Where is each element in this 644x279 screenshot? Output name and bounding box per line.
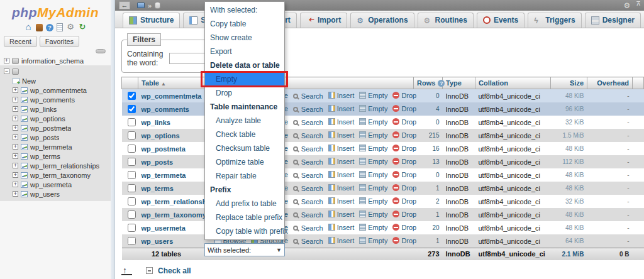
expand-icon[interactable]: + [13, 106, 18, 112]
log-out-icon[interactable] [36, 24, 43, 31]
expand-icon[interactable]: + [13, 182, 18, 187]
check-all-link[interactable]: Check all [158, 266, 191, 275]
table-name-link[interactable]: wp_term_taxonomy [142, 211, 206, 219]
menu-item-check-table[interactable]: Check table [205, 128, 284, 141]
collapse-icon[interactable]: ^ [636, 2, 640, 9]
expand-icon[interactable]: + [13, 144, 18, 150]
expand-icon[interactable]: + [13, 116, 18, 121]
table-name-link[interactable]: wp_postmeta [142, 145, 186, 153]
insert-action-link[interactable]: Insert [328, 224, 355, 231]
help-icon[interactable] [46, 24, 53, 31]
tab-triggers[interactable]: Triggers [528, 13, 581, 28]
menu-item-show-create[interactable]: Show create [205, 31, 284, 45]
search-action-link[interactable]: Search [293, 224, 323, 232]
expand-icon[interactable]: + [13, 97, 18, 102]
menu-item-optimize-table[interactable]: Optimize table [205, 155, 284, 169]
drop-action-link[interactable]: Drop [392, 145, 416, 152]
sidebar-item-wp-term-relationships[interactable]: +wp_term_relationships [0, 161, 111, 170]
menu-item-export[interactable]: Export [205, 45, 284, 58]
back-arrow-button[interactable]: ← [119, 1, 130, 9]
menu-item-empty[interactable]: Empty [205, 72, 284, 86]
sidebar-item-wp-users[interactable]: +wp_users [0, 189, 111, 199]
drop-action-link[interactable]: Drop [392, 211, 416, 218]
expand-icon[interactable]: + [13, 172, 18, 178]
row-checkbox[interactable] [128, 171, 136, 179]
tab-events[interactable]: Events [477, 13, 525, 28]
menu-item-analyze-table[interactable]: Analyze table [205, 114, 284, 128]
with-selected-select[interactable]: With selected: ▼ [204, 243, 285, 256]
recent-button[interactable]: Recent [4, 36, 37, 47]
collapse-icon[interactable]: − [4, 68, 9, 74]
empty-action-link[interactable]: Empty [359, 131, 387, 139]
row-checkbox[interactable] [128, 224, 136, 232]
sidebar-item-wp-comments[interactable]: +wp_comments [0, 95, 111, 104]
expand-icon[interactable]: + [13, 163, 18, 168]
sidebar-item-wp-posts[interactable]: +wp_posts [0, 133, 111, 142]
drop-action-link[interactable]: Drop [392, 237, 416, 244]
menu-item-delete-data-or-table[interactable]: Delete data or table [205, 58, 284, 72]
menu-item-with-selected[interactable]: With selected: [205, 3, 284, 17]
drop-action-link[interactable]: Drop [392, 197, 416, 205]
tab-designer[interactable]: Designer [585, 13, 641, 28]
menu-item-add-prefix-to-table[interactable]: Add prefix to table [205, 197, 284, 211]
column-header-collation[interactable]: Collation [475, 77, 551, 89]
menu-item-replace-table-prefix[interactable]: Replace table prefix [205, 211, 284, 224]
insert-action-link[interactable]: Insert [328, 184, 355, 192]
sidebar-item-wp-options[interactable]: +wp_options [0, 114, 111, 123]
rows-help-icon[interactable]: ? [438, 80, 445, 87]
search-action-link[interactable]: Search [293, 198, 323, 205]
expand-icon[interactable]: + [13, 125, 18, 131]
menu-item-table-maintenance[interactable]: Table maintenance [205, 100, 284, 114]
tab-structure[interactable]: Structure [123, 13, 180, 28]
drop-action-link[interactable]: Drop [392, 105, 416, 112]
sidebar-item-wp-termmeta[interactable]: +wp_termmeta [0, 142, 111, 151]
search-action-link[interactable]: Search [293, 172, 323, 179]
row-checkbox[interactable] [128, 158, 136, 166]
select-all-header[interactable] [122, 77, 138, 89]
search-action-link[interactable]: Search [293, 211, 323, 219]
settings-icon[interactable] [66, 23, 75, 31]
sidebar-item-wp-term-taxonomy[interactable]: +wp_term_taxonomy [0, 170, 111, 180]
empty-action-link[interactable]: Empty [359, 171, 387, 178]
table-name-link[interactable]: wp_terms [142, 185, 174, 192]
search-action-link[interactable]: Search [293, 158, 323, 166]
row-checkbox[interactable] [128, 211, 136, 219]
insert-action-link[interactable]: Insert [328, 171, 355, 178]
insert-action-link[interactable]: Insert [328, 237, 355, 244]
table-name-link[interactable]: wp_comments [142, 106, 189, 113]
insert-action-link[interactable]: Insert [328, 131, 355, 139]
sidebar-item-wp-postmeta[interactable]: +wp_postmeta [0, 123, 111, 133]
row-checkbox[interactable] [128, 131, 136, 140]
column-header-table[interactable]: Table▲ [138, 77, 211, 89]
drop-action-link[interactable]: Drop [392, 224, 416, 231]
search-action-link[interactable]: Search [293, 92, 323, 100]
expand-icon[interactable]: + [4, 58, 9, 63]
empty-action-link[interactable]: Empty [359, 145, 387, 152]
row-checkbox[interactable] [128, 184, 136, 192]
row-checkbox[interactable] [128, 237, 136, 245]
menu-item-prefix[interactable]: Prefix [205, 183, 284, 197]
favorites-button[interactable]: Favorites [40, 36, 79, 47]
search-action-link[interactable]: Search [293, 185, 323, 192]
page-settings-icon[interactable] [623, 1, 630, 10]
sidebar-item-current-database[interactable]: − [0, 67, 111, 76]
drop-action-link[interactable]: Drop [392, 171, 416, 178]
drop-action-link[interactable]: Drop [392, 118, 416, 126]
insert-action-link[interactable]: Insert [328, 197, 355, 205]
menu-item-copy-table[interactable]: Copy table [205, 17, 284, 31]
sidebar-item-wp-terms[interactable]: +wp_terms [0, 151, 111, 161]
sidebar-item-wp-links[interactable]: +wp_links [0, 104, 111, 114]
filters-legend[interactable]: Filters [127, 33, 161, 46]
empty-action-link[interactable]: Empty [359, 92, 387, 99]
insert-action-link[interactable]: Insert [328, 118, 355, 126]
empty-action-link[interactable]: Empty [359, 184, 387, 192]
column-header-type[interactable]: Type [443, 77, 475, 89]
row-checkbox[interactable] [128, 197, 136, 205]
drop-action-link[interactable]: Drop [392, 158, 416, 165]
sidebar-item-information-schema[interactable]: +information_schema [0, 56, 111, 65]
sidebar-item-new-table[interactable]: New [0, 76, 111, 85]
reload-navigation-icon[interactable] [78, 23, 87, 31]
insert-action-link[interactable]: Insert [328, 145, 355, 152]
row-checkbox[interactable] [128, 118, 136, 126]
table-name-link[interactable]: wp_commentmeta [142, 92, 202, 100]
